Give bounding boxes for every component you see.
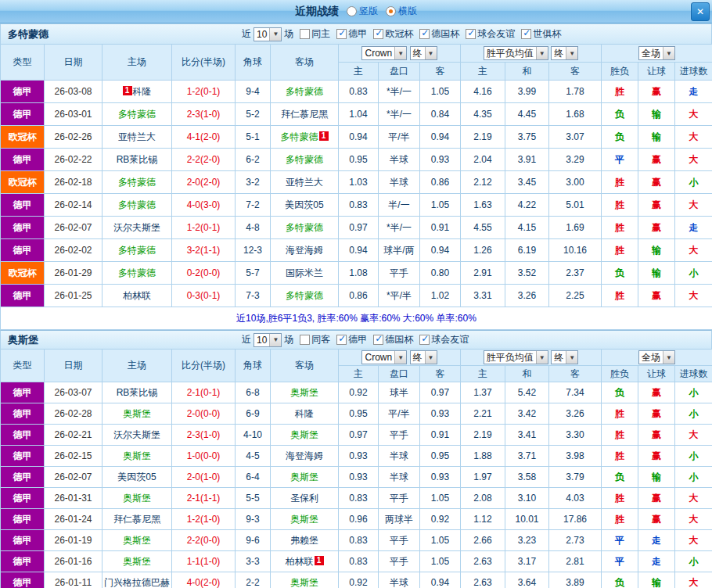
away-team: 奥斯堡 xyxy=(271,572,339,588)
avg-draw: 3.10 xyxy=(505,488,549,509)
goals-result: 大 xyxy=(675,103,712,126)
avg-away: 3.29 xyxy=(549,149,602,171)
goals-result: 小 xyxy=(675,551,712,572)
odds-final-select[interactable]: 终▼ xyxy=(410,350,437,364)
avg-draw: 10.01 xyxy=(505,509,549,530)
avg-draw: 3.52 xyxy=(505,262,549,285)
league-filter-checkbox[interactable]: 德国杯 xyxy=(373,333,413,346)
odds-away: 1.05 xyxy=(420,81,461,103)
odds-away: 0.86 xyxy=(420,171,461,194)
avg-odds-select[interactable]: 胜平负均值▼ xyxy=(484,350,548,364)
league-filter-checkbox[interactable]: 球会友谊 xyxy=(419,333,469,346)
match-row: 欧冠杯26-02-26亚特兰大4-1(2-0)5-1多特蒙德10.94平/半0.… xyxy=(1,126,712,149)
goals-result: 小 xyxy=(675,382,712,403)
goals-result: 大 xyxy=(675,509,712,530)
goals-result: 大 xyxy=(675,149,712,171)
red-card-badge: 1 xyxy=(123,86,132,95)
league-filter-checkbox[interactable]: 世俱杯 xyxy=(521,27,561,41)
score: 2-3(1-0) xyxy=(172,103,236,126)
league-filter-checkbox[interactable]: 欧冠杯 xyxy=(373,27,413,41)
recent-results-panel: 近期战绩 竖版 横版 ✕ 多特蒙德近10▼场同主德甲欧冠杯德国杯球会友谊世俱杯类… xyxy=(0,0,712,588)
odds-home: 0.94 xyxy=(339,239,379,262)
result: 负 xyxy=(602,467,638,488)
avg-home: 2.63 xyxy=(461,572,505,588)
layout-vertical-radio[interactable]: 竖版 xyxy=(347,5,378,18)
avg-odds-select[interactable]: 胜平负均值▼ xyxy=(484,46,548,60)
odds-away: 0.93 xyxy=(420,467,461,488)
score: 2-1(1-1) xyxy=(172,488,236,509)
corners: 6-8 xyxy=(236,382,271,403)
odds-away: 0.95 xyxy=(420,446,461,467)
layout-horizontal-radio[interactable]: 横版 xyxy=(386,5,417,18)
league-filter-checkbox[interactable]: 德甲 xyxy=(336,333,367,346)
avg-home: 1.37 xyxy=(461,382,505,403)
match-row: 德甲26-02-28奥斯堡2-0(0-0)6-9科隆0.95平/半0.932.2… xyxy=(1,403,712,425)
avg-away: 2.37 xyxy=(549,262,602,285)
away-team: 圣保利 xyxy=(271,488,339,509)
league-badge: 德甲 xyxy=(1,285,45,307)
odds-away: 0.84 xyxy=(420,103,461,126)
odds-home: 0.92 xyxy=(339,382,379,403)
odds-company-select[interactable]: Crown▼ xyxy=(361,46,407,60)
odds-home: 0.95 xyxy=(339,149,379,171)
result: 胜 xyxy=(602,446,638,467)
score: 2-2(0-0) xyxy=(172,530,236,551)
match-scope-select[interactable]: 全场▼ xyxy=(638,350,675,364)
checkbox-checked-icon xyxy=(419,335,430,345)
handicap-result: 赢 xyxy=(638,488,675,509)
league-filter-checkbox[interactable]: 德国杯 xyxy=(419,27,459,41)
odds-company-select[interactable]: Crown▼ xyxy=(361,350,407,364)
avg-draw: 3.26 xyxy=(505,285,549,307)
avg-draw: 3.71 xyxy=(505,446,549,467)
games-count-select[interactable]: 10▼ xyxy=(254,27,282,41)
result: 胜 xyxy=(602,403,638,425)
same-venue-checkbox[interactable]: 同客 xyxy=(300,333,330,346)
league-badge: 德甲 xyxy=(1,382,45,403)
corners: 9-6 xyxy=(236,530,271,551)
league-filter-checkbox[interactable]: 德甲 xyxy=(336,27,367,41)
odds-home: 0.83 xyxy=(339,530,379,551)
league-badge: 德甲 xyxy=(1,103,45,126)
match-row: 德甲26-02-14多特蒙德4-0(3-0)7-2美因茨050.83半/一1.0… xyxy=(1,194,712,217)
avg-home: 3.31 xyxy=(461,285,505,307)
chevron-down-icon: ▼ xyxy=(394,47,406,59)
home-team: 沃尔夫斯堡 xyxy=(102,217,172,239)
handicap-result: 输 xyxy=(638,239,675,262)
avg-away: 3.98 xyxy=(549,446,602,467)
away-team: 多特蒙德 xyxy=(271,285,339,307)
avg-home: 4.35 xyxy=(461,103,505,126)
league-badge: 德甲 xyxy=(1,425,45,446)
close-button[interactable]: ✕ xyxy=(691,2,710,21)
sub-col-odds-away: 客 xyxy=(420,366,461,382)
odds-final-select[interactable]: 终▼ xyxy=(410,46,437,60)
avg-away: 7.34 xyxy=(549,382,602,403)
layout-vertical-label: 竖版 xyxy=(359,5,378,18)
score: 2-0(0-0) xyxy=(172,403,236,425)
corners: 3-2 xyxy=(236,171,271,194)
match-date: 26-03-07 xyxy=(45,382,102,403)
handicap-result: 赢 xyxy=(638,217,675,239)
handicap-result: 赢 xyxy=(638,285,675,307)
handicap-result: 走 xyxy=(638,551,675,572)
avg-home: 4.16 xyxy=(461,81,505,103)
league-filter-checkbox[interactable]: 球会友谊 xyxy=(466,27,515,41)
match-scope-select[interactable]: 全场▼ xyxy=(638,46,675,60)
score: 2-0(2-0) xyxy=(172,171,236,194)
same-venue-checkbox[interactable]: 同主 xyxy=(300,27,330,41)
home-team: 奥斯堡 xyxy=(102,403,172,425)
col-home: 主场 xyxy=(102,350,172,382)
avg-final-select[interactable]: 终▼ xyxy=(551,350,578,364)
sub-col-avg-home: 主 xyxy=(461,63,505,81)
corners: 6-9 xyxy=(236,403,271,425)
sub-col-avg-draw: 和 xyxy=(505,366,549,382)
match-row: 欧冠杯26-01-29多特蒙德0-2(0-0)5-7国际米兰1.08平手0.80… xyxy=(1,262,712,285)
handicap-result: 赢 xyxy=(638,403,675,425)
score: 2-2(2-0) xyxy=(172,149,236,171)
games-count-select[interactable]: 10▼ xyxy=(254,333,282,347)
odds-away: 0.93 xyxy=(420,403,461,425)
league-badge: 德甲 xyxy=(1,81,45,103)
home-team: 多特蒙德 xyxy=(102,239,172,262)
goals-result: 大 xyxy=(675,530,712,551)
handicap: 平/半 xyxy=(379,126,420,149)
avg-final-select[interactable]: 终▼ xyxy=(551,46,578,60)
